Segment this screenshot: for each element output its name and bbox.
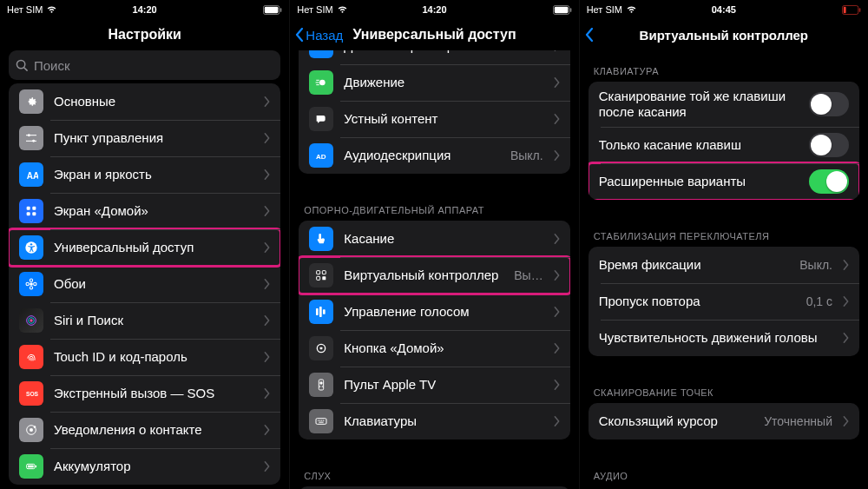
settings-row[interactable]: Экран «Домой» [9,193,280,229]
settings-row[interactable]: AAЭкран и яркость [9,156,280,193]
toggle-switch[interactable] [809,133,849,157]
settings-row[interactable]: Движение [299,64,569,101]
keyboard-icon [309,409,333,433]
settings-row[interactable]: Только касание клавиш [589,127,859,163]
group-header: АУДИО [580,455,868,486]
search-input[interactable]: Поиск [9,50,280,80]
toggle-switch[interactable] [809,169,849,194]
chevron-right-icon [264,206,270,216]
clock: 14:20 [133,4,157,15]
svg-rect-39 [317,276,320,280]
settings-row[interactable]: Время фиксацииВыкл. [589,247,859,283]
chevron-right-icon [264,461,270,472]
svg-point-47 [320,381,323,384]
navbar: Назад Универсальный доступ [290,19,578,50]
row-label: Пульт Apple TV [344,370,542,400]
settings-row[interactable]: Универсальный доступ [9,229,280,266]
settings-row[interactable]: Аккумулятор [9,448,280,485]
chevron-right-icon [264,279,270,289]
row-label: Клавиатуры [344,406,542,436]
settings-row[interactable]: Чувствительность движений головы [589,320,859,356]
row-label: Касание [344,224,542,254]
svg-rect-11 [32,207,36,210]
settings-row[interactable]: Основные [9,83,280,120]
status-bar: Нет SIM 04:45 [580,0,868,19]
text-icon: Aa [309,50,333,58]
siri-icon [19,308,43,333]
row-detail: Выкл. [510,149,543,162]
battery-icon [263,5,282,15]
row-label: Экран и яркость [54,160,253,189]
AA-icon: AA [19,162,43,187]
page-title: Виртуальный контроллер [580,28,868,43]
settings-row[interactable]: Расширенные варианты [589,163,859,200]
svg-rect-53 [321,420,322,421]
row-label: Пропуск повтора [599,287,796,316]
settings-row[interactable]: AaДисплей и размер текста [299,50,569,64]
svg-rect-10 [27,207,30,210]
settings-row[interactable]: SOSЭкстренный вызов — SOS [9,375,280,412]
svg-rect-52 [319,420,320,421]
screen-settings: Нет SIM 14:20 Настройки Поиск ОсновныеПу… [0,0,289,489]
row-label: Touch ID и код-пароль [54,342,253,372]
settings-row[interactable]: Пульт Apple TV [299,367,569,403]
back-button[interactable]: Назад [295,28,343,43]
settings-row[interactable]: Кнопка «Домой» [299,330,569,367]
settings-list[interactable]: ОсновныеПункт управленияAAЭкран и яркост… [0,83,289,489]
settings-row[interactable]: Виртуальный контроллерВы… [299,257,569,294]
settings-row[interactable]: Уведомления о контакте [9,412,280,448]
settings-row[interactable]: Касание [299,221,569,257]
switch-control-list[interactable]: КЛАВИАТУРАСканирование той же клавиши по… [580,50,868,489]
wifi-icon [626,5,637,14]
chevron-right-icon [264,133,270,143]
svg-point-15 [30,243,32,245]
row-label: Сканирование той же клавиши после касани… [599,82,799,127]
toggle-switch[interactable] [809,92,849,116]
chevron-right-icon [843,333,849,343]
svg-point-23 [30,319,32,321]
back-button[interactable] [585,28,594,42]
voice-icon [309,300,333,324]
search-placeholder: Поиск [34,58,70,73]
accessibility-list[interactable]: AaДисплей и размер текстаДвижениеУстный … [290,50,578,489]
settings-row[interactable]: Сканирование той же клавиши после касани… [589,82,859,127]
chevron-right-icon [843,416,849,426]
settings-row[interactable]: Устный контент [299,101,569,137]
accessibility-icon [19,235,43,260]
chevron-right-icon [554,307,560,317]
settings-group: Сканирование той же клавиши после касани… [589,82,859,200]
grid-icon [19,199,43,223]
settings-row[interactable]: Скользящий курсорУточненный [589,403,859,439]
chevron-right-icon [264,352,270,362]
settings-row[interactable]: Клавиатуры [299,403,569,439]
carrier-text: Нет SIM [587,4,622,15]
svg-point-48 [319,386,320,387]
settings-row[interactable]: Siri и Поиск [9,302,280,339]
row-label: Siri и Поиск [54,306,253,335]
motion-icon [309,70,333,95]
svg-rect-57 [844,6,846,12]
svg-rect-46 [319,380,324,390]
settings-row[interactable]: Обои [9,266,280,302]
status-bar: Нет SIM 14:20 [290,0,578,19]
settings-row[interactable]: Touch ID и код-пароль [9,339,280,375]
settings-row[interactable]: Пункт управления [9,120,280,156]
settings-row[interactable]: ADАудиодескрипцияВыкл. [299,137,569,174]
svg-rect-30 [36,466,36,468]
home-icon [309,336,333,360]
row-label: Устный контент [344,104,542,134]
settings-row[interactable]: Управление голосом [299,294,569,330]
svg-rect-13 [32,212,36,215]
settings-row[interactable]: Пропуск повтора0,1 с [589,283,859,320]
svg-point-17 [30,279,32,281]
row-label: Пункт управления [54,123,253,153]
svg-rect-33 [569,8,571,12]
svg-rect-51 [318,420,319,421]
svg-text:AA: AA [27,171,38,181]
carrier-text: Нет SIM [7,4,43,15]
chevron-right-icon [264,388,270,399]
svg-rect-45 [320,347,323,350]
remote-icon [309,373,333,397]
wifi-icon [46,5,57,14]
row-label: Аккумулятор [54,452,253,481]
